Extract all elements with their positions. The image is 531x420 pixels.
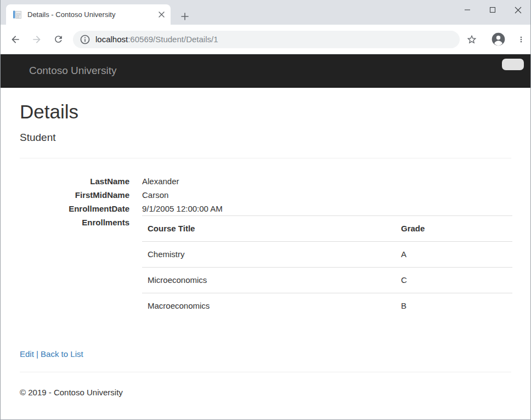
course-title-cell: Microeconomics <box>142 268 396 293</box>
browser-menu-icon[interactable] <box>513 32 529 47</box>
bookmark-star-icon[interactable] <box>464 31 480 48</box>
table-row: Chemistry A <box>142 242 512 268</box>
url-text: localhost:60569/Student/Details/1 <box>95 35 218 44</box>
action-links: Edit | Back to List <box>20 347 511 361</box>
forward-icon[interactable] <box>29 32 44 47</box>
table-row: Macroeconomics B <box>142 293 512 319</box>
url-host: localhost <box>95 35 128 44</box>
field-label: FirstMidName <box>20 188 129 202</box>
browser-toolbar: localhost:60569/Student/Details/1 <box>1 25 530 54</box>
field-label: LastName <box>20 174 129 188</box>
browser-tab[interactable]: Details - Contoso University <box>6 4 171 25</box>
grade-cell: C <box>396 268 512 293</box>
back-icon[interactable] <box>8 32 23 47</box>
page-title: Details <box>20 101 511 123</box>
field-value: 9/1/2005 12:00:00 AM <box>142 202 512 215</box>
grade-cell: B <box>396 293 512 319</box>
column-header: Grade <box>396 216 512 242</box>
url-path: :60569/Student/Details/1 <box>128 35 218 44</box>
page-content: Details Student LastName Alexander First… <box>1 88 530 419</box>
field-value: Carson <box>142 188 512 202</box>
edit-link[interactable]: Edit <box>20 349 34 359</box>
grade-cell: A <box>396 242 512 268</box>
reload-icon[interactable] <box>50 32 66 47</box>
close-window-button[interactable] <box>505 0 530 20</box>
enrollments-cell: Course Title Grade Chemistry A Microecon… <box>142 215 512 319</box>
back-to-list-link[interactable]: Back to List <box>41 349 83 359</box>
profile-avatar[interactable] <box>490 31 506 48</box>
browser-window: Details - Contoso University <box>0 0 531 420</box>
student-details-list: LastName Alexander FirstMidName Carson E… <box>20 174 511 319</box>
tab-strip: Details - Contoso University <box>1 0 530 25</box>
navbar-brand-link[interactable]: Contoso University <box>29 65 116 77</box>
column-header: Course Title <box>142 216 396 242</box>
favicon-icon <box>13 10 22 19</box>
table-header-row: Course Title Grade <box>142 216 512 242</box>
tab-close-icon[interactable] <box>156 10 166 20</box>
page-subtitle: Student <box>20 130 511 145</box>
enrollments-table: Course Title Grade Chemistry A Microecon… <box>142 215 512 319</box>
course-title-cell: Chemistry <box>142 242 396 268</box>
page-info-icon[interactable] <box>80 34 91 45</box>
footer-copyright: © 2019 - Contoso University <box>20 372 511 397</box>
tab-title: Details - Contoso University <box>27 10 156 19</box>
divider-top <box>20 158 511 158</box>
navbar-toggler-button[interactable] <box>502 59 524 70</box>
window-controls <box>455 0 530 20</box>
address-bar[interactable]: localhost:60569/Student/Details/1 <box>73 31 460 48</box>
field-label: Enrollments <box>20 215 129 319</box>
maximize-button[interactable] <box>480 0 505 20</box>
new-tab-button[interactable] <box>177 9 193 24</box>
course-title-cell: Macroeconomics <box>142 293 396 319</box>
site-navbar: Contoso University <box>1 54 530 88</box>
field-value: Alexander <box>142 174 512 188</box>
minimize-button[interactable] <box>455 0 480 20</box>
table-row: Microeconomics C <box>142 268 512 293</box>
field-label: EnrollmentDate <box>20 202 129 215</box>
